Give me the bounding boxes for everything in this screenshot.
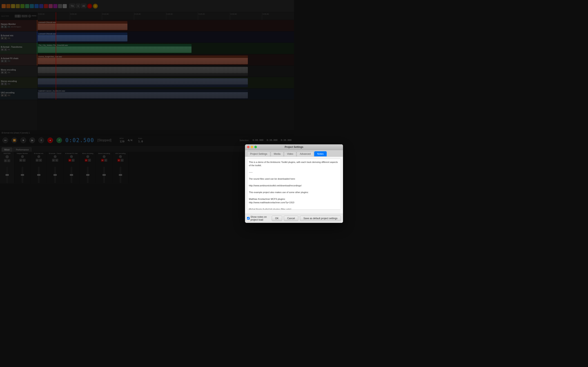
modal-dialog: Project Settings Project Settings Media …: [245, 144, 294, 184]
modal-body: This is a demo of the Ambisonic Toolkit …: [245, 157, 294, 184]
modal-titlebar: Project Settings: [245, 144, 294, 150]
traffic-lights: [247, 146, 257, 148]
tab-project-settings[interactable]: Project Settings: [247, 151, 270, 156]
tab-media[interactable]: Media: [271, 151, 284, 156]
notes-textarea[interactable]: This is a demo of the Ambisonic Toolkit …: [247, 159, 294, 184]
tab-video[interactable]: Video: [284, 151, 294, 156]
minimize-btn[interactable]: [251, 146, 253, 148]
modal-tabs: Project Settings Media Video Advanced No…: [245, 150, 294, 157]
modal-title: Project Settings: [285, 146, 294, 149]
modal-overlay: Project Settings Project Settings Media …: [0, 0, 294, 184]
maximize-btn[interactable]: [254, 146, 257, 148]
close-btn[interactable]: [247, 146, 250, 148]
